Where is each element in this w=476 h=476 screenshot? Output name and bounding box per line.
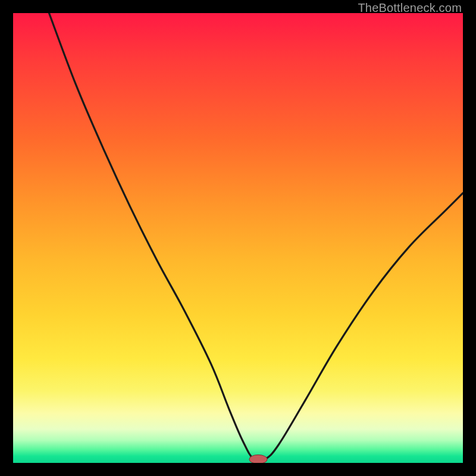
chart-frame: TheBottleneck.com — [0, 0, 476, 476]
bottleneck-curve — [49, 13, 463, 462]
bottleneck-curve-svg — [13, 13, 463, 463]
plot-area — [13, 13, 463, 463]
minimum-marker — [249, 455, 267, 463]
watermark-text: TheBottleneck.com — [358, 1, 462, 15]
